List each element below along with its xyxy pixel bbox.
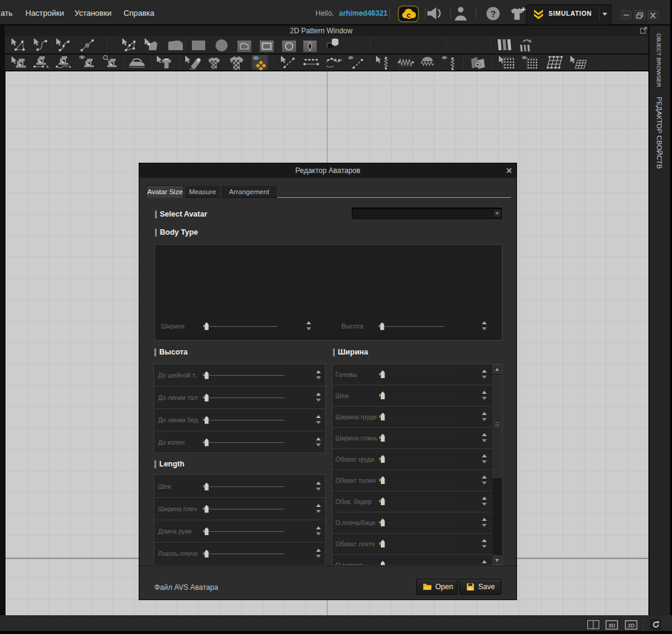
svg-text:3D: 3D (608, 623, 616, 629)
svg-text:2D: 2D (628, 623, 635, 629)
svg-text:?: ? (490, 8, 496, 19)
